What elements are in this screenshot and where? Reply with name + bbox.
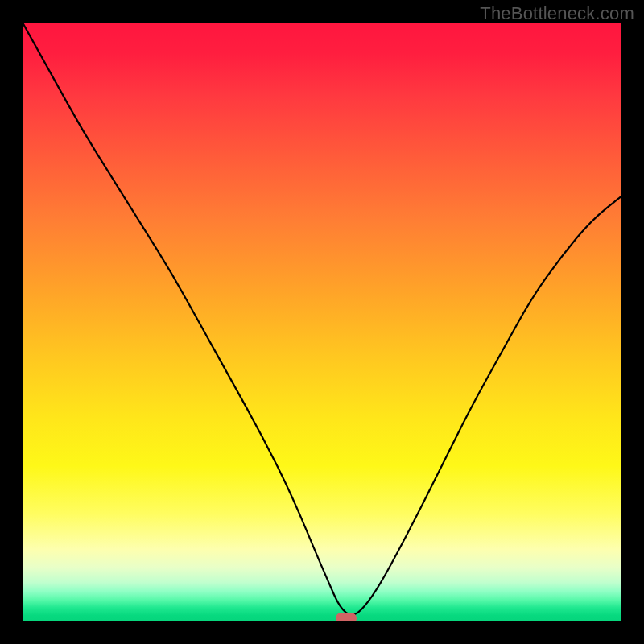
curve-line — [23, 23, 621, 615]
watermark-text: TheBottleneck.com — [480, 3, 634, 24]
chart-frame: TheBottleneck.com — [0, 0, 644, 644]
plot-area — [23, 23, 621, 621]
bottleneck-curve — [23, 23, 621, 621]
optimal-marker — [336, 613, 357, 621]
